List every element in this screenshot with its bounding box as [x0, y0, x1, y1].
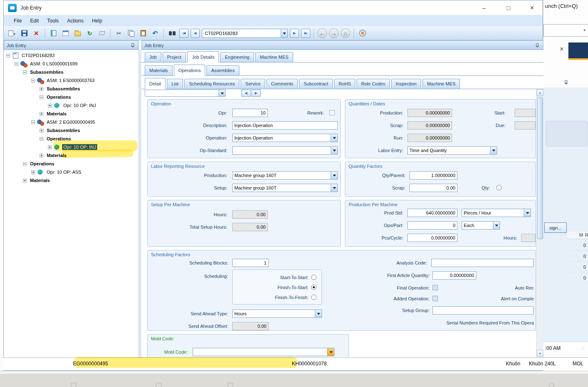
- final-operation-checkbox[interactable]: [432, 285, 438, 290]
- chevron-down-icon[interactable]: [493, 222, 500, 229]
- next-record-button[interactable]: [290, 29, 299, 38]
- back-button[interactable]: [317, 28, 327, 38]
- next-operation-button[interactable]: [251, 90, 261, 97]
- tree-row[interactable]: Opr: 10 OP: INJ: [4, 143, 138, 151]
- tab-materials[interactable]: Materials: [145, 65, 173, 75]
- tab-service[interactable]: Service: [241, 79, 265, 89]
- tab-subcontract[interactable]: Subcontract: [299, 79, 333, 89]
- prod-std-input[interactable]: 640.00000000: [407, 209, 457, 217]
- tree-node-label[interactable]: CT02PD168283: [20, 52, 56, 58]
- scheduling-blocks-input[interactable]: 1: [232, 259, 269, 267]
- tree-row[interactable]: Materials: [4, 110, 138, 118]
- paste-button[interactable]: [138, 28, 148, 38]
- added-operation-checkbox[interactable]: [432, 296, 438, 301]
- home-button[interactable]: [341, 28, 350, 38]
- tab-scheduling-resources[interactable]: Scheduling Resources: [184, 79, 239, 89]
- chevron-down-icon[interactable]: [331, 184, 337, 192]
- previous-record-button[interactable]: [191, 29, 200, 38]
- tree-node-label[interactable]: ASM: 2 EG0000000495: [45, 119, 96, 125]
- pin-icon[interactable]: [535, 43, 540, 48]
- minimize-button[interactable]: –: [477, 2, 491, 13]
- tab-detail[interactable]: Detail: [145, 78, 166, 89]
- background-combobox[interactable]: ▼: [543, 24, 588, 37]
- new-button[interactable]: [7, 28, 17, 38]
- menu-help[interactable]: Help: [88, 17, 106, 25]
- chevron-down-icon[interactable]: [490, 147, 497, 154]
- menu-edit[interactable]: Edit: [26, 17, 43, 25]
- expand-icon[interactable]: [48, 145, 52, 149]
- tab-machine-mes[interactable]: Machine MES: [255, 52, 293, 62]
- pin-icon[interactable]: [131, 43, 136, 48]
- prod-std-unit-select[interactable]: Pieces / Hour: [462, 209, 531, 217]
- collapse-icon[interactable]: [40, 95, 43, 99]
- previous-operation-button[interactable]: [241, 90, 251, 97]
- copy-button[interactable]: [126, 28, 136, 38]
- operation-combo-partial[interactable]: [145, 90, 226, 97]
- analysis-code-input[interactable]: [431, 259, 534, 267]
- expand-icon[interactable]: [40, 87, 43, 91]
- maximize-button[interactable]: □: [501, 2, 515, 13]
- forward-button[interactable]: [329, 28, 339, 38]
- save-button[interactable]: [19, 28, 29, 38]
- delete-button[interactable]: [31, 28, 41, 38]
- tree-row[interactable]: ASM: 2 EG0000000495: [4, 118, 138, 126]
- tree-node-label[interactable]: Operations: [29, 161, 55, 167]
- operation-select[interactable]: Injection Operation: [232, 134, 338, 142]
- description-input[interactable]: Injection Operation: [232, 121, 338, 130]
- tree-row[interactable]: Subassemblies: [4, 85, 138, 93]
- tree-row[interactable]: Operations: [4, 160, 138, 168]
- tree-node-label[interactable]: Opr: 10 OP: INJ: [62, 102, 97, 108]
- collapse-icon[interactable]: [31, 79, 35, 82]
- tree-node-label[interactable]: Materials: [45, 111, 68, 117]
- tree-row[interactable]: Materials: [4, 176, 138, 185]
- resize-grip[interactable]: .::: [580, 346, 585, 350]
- start-to-start-radio[interactable]: [311, 275, 317, 280]
- tree-row[interactable]: Subassemblies: [4, 126, 138, 135]
- expand-icon[interactable]: [40, 129, 43, 132]
- menu-file[interactable]: File: [10, 17, 26, 25]
- tree-node-label[interactable]: Materials: [29, 177, 51, 183]
- tab-engineering[interactable]: Engineering: [220, 52, 254, 62]
- cut-button[interactable]: [114, 28, 124, 38]
- ops-part-input[interactable]: 0: [407, 221, 457, 230]
- tree-row[interactable]: Subassemblies: [4, 68, 138, 76]
- chevron-down-icon[interactable]: [315, 310, 322, 317]
- schedule-button[interactable]: [60, 28, 70, 38]
- tab-inspection[interactable]: Inspection: [391, 79, 421, 89]
- tree-node-label[interactable]: Subassemblies: [29, 69, 65, 75]
- record-id-combobox[interactable]: CT02PD168283: [202, 29, 288, 38]
- tree-node-label[interactable]: Operations: [45, 94, 72, 100]
- chevron-down-icon[interactable]: [281, 29, 287, 37]
- tab-rohs[interactable]: RoHS: [334, 79, 355, 89]
- chevron-down-icon[interactable]: [331, 134, 337, 142]
- collapse-icon[interactable]: [40, 137, 43, 141]
- tab-list[interactable]: List: [167, 79, 183, 89]
- scroll-up-button[interactable]: [537, 89, 543, 96]
- pin-icon[interactable]: [564, 80, 569, 85]
- tree-node-label[interactable]: Operations: [45, 136, 72, 142]
- pcs-cycle-input[interactable]: 0.00000000: [407, 234, 457, 242]
- tree-row[interactable]: Operations: [4, 93, 138, 101]
- ops-part-unit-select[interactable]: Each: [462, 221, 500, 230]
- open-folder-button[interactable]: [73, 28, 83, 38]
- tree-node-label[interactable]: ASM: 0 LS0000001699: [29, 61, 79, 67]
- taskbar-icon[interactable]: [156, 383, 161, 387]
- tree-row[interactable]: Opr: 10 OP: INJ: [4, 101, 138, 110]
- clear-button[interactable]: [97, 28, 107, 38]
- tab-project[interactable]: Project: [163, 52, 186, 62]
- send-ahead-type-select[interactable]: Hours: [232, 310, 322, 318]
- opr-input[interactable]: 10: [232, 109, 268, 117]
- first-record-button[interactable]: [179, 29, 188, 38]
- tree-node-label[interactable]: Subassemblies: [45, 127, 81, 133]
- expand-icon[interactable]: [31, 170, 35, 174]
- finish-to-finish-radio[interactable]: [311, 295, 317, 300]
- tab-job-details[interactable]: Job Details: [187, 51, 219, 62]
- chevron-down-icon[interactable]: [331, 147, 337, 154]
- tab-role-codes[interactable]: Role Codes: [357, 79, 389, 89]
- tab-comments[interactable]: Comments: [266, 79, 298, 89]
- tab-assemblies[interactable]: Assemblies: [206, 65, 239, 75]
- tree-row[interactable]: Operations: [4, 135, 138, 143]
- chevron-down-icon[interactable]: [13, 31, 16, 36]
- finish-to-start-radio[interactable]: [311, 285, 317, 290]
- labor-production-select[interactable]: Machine group 160T: [232, 171, 338, 180]
